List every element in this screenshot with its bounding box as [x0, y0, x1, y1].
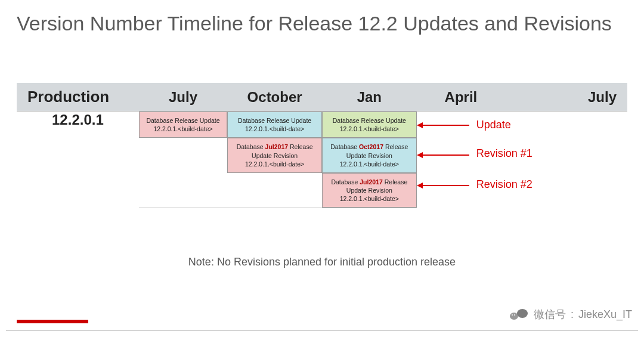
label-revision1: Revision #1	[417, 138, 627, 169]
watermark-label-id: JiekeXu_IT	[578, 308, 632, 321]
arrow-update	[422, 125, 469, 126]
col-april: April	[417, 83, 505, 112]
timeline-table: Production July October Jan April July 1…	[17, 83, 627, 208]
arrow-revision2	[422, 185, 469, 186]
cell-oct-revision: Database Jul2017 Release Update Revision…	[227, 138, 322, 173]
watermark-label-cn: 微信号	[534, 307, 566, 322]
arrow-revision1	[422, 154, 469, 156]
col-october: October	[227, 83, 322, 112]
bottom-divider	[6, 330, 638, 330]
table-header-row: Production July October Jan April July	[17, 83, 627, 112]
label-revision2: Revision #2	[417, 169, 627, 200]
brand-red-bar	[17, 320, 88, 323]
cell-jan-update: Database Release Update 12.2.0.1.<build-…	[322, 112, 417, 138]
col-production: Production	[17, 83, 139, 112]
col-july: July	[139, 83, 227, 112]
cell-oct-update: Database Release Update 12.2.0.1.<build-…	[227, 112, 322, 138]
cell-jan-revision1: Database Oct2017 Release Update Revision…	[322, 138, 417, 173]
col-july2: July	[505, 83, 627, 112]
cell-jan-revision2: Database Jul2017 Release Update Revision…	[322, 173, 417, 208]
page-title: Version Number Timeline for Release 12.2…	[17, 12, 627, 35]
row-update: 12.2.0.1 Database Release Update 12.2.0.…	[17, 112, 627, 138]
col-jan: Jan	[322, 83, 417, 112]
wechat-icon	[510, 307, 529, 322]
cell-july-update: Database Release Update 12.2.0.1.<build-…	[139, 112, 227, 138]
watermark: 微信号: JiekeXu_IT	[510, 307, 632, 322]
version-label: 12.2.0.1	[17, 112, 139, 208]
labels-column: Update Revision #1 Revision #2	[417, 112, 627, 208]
footer-note: Note: No Revisions planned for initial p…	[17, 256, 627, 268]
